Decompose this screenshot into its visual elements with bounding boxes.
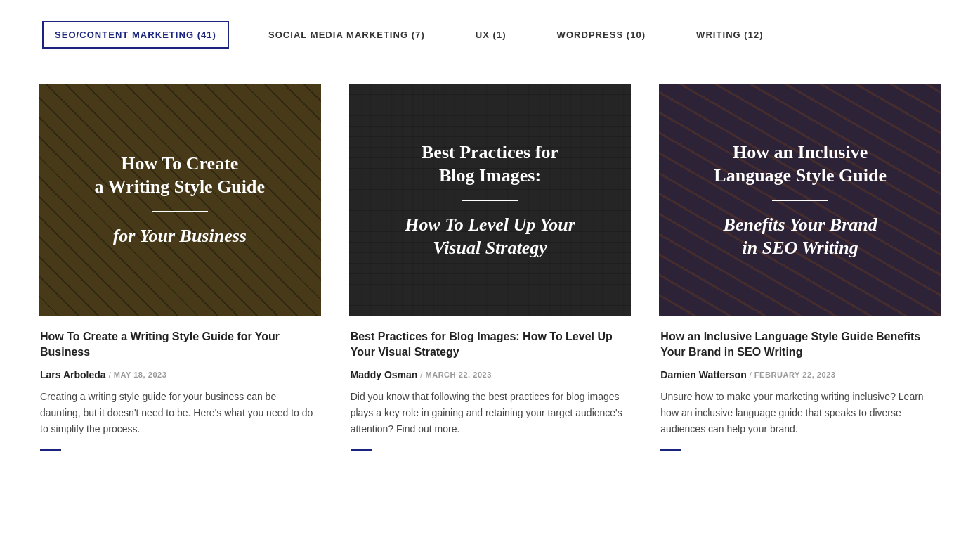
card-meta-separator-card3: / — [750, 371, 752, 379]
card-image-card1: How To Create a Writing Style Guidefor Y… — [39, 84, 321, 316]
card-overlay-card3: How an Inclusive Language Style GuideBen… — [659, 84, 941, 316]
card-date-card1: MAY 18, 2023 — [114, 371, 167, 379]
card-title-card2: Best Practices for Blog Images: How To L… — [351, 329, 630, 361]
card-overlay-top-card1: How To Create a Writing Style Guide — [95, 153, 265, 198]
card-content-card2: Best Practices for Blog Images: How To L… — [349, 329, 632, 451]
articles-grid: How To Create a Writing Style Guidefor Y… — [0, 84, 980, 479]
nav-item-writing[interactable]: WRITING (12) — [685, 22, 775, 47]
card-overlay-card1: How To Create a Writing Style Guidefor Y… — [39, 84, 321, 316]
card-date-card2: MARCH 22, 2023 — [425, 371, 492, 379]
card-meta-separator-card1: / — [109, 371, 111, 379]
card-excerpt-card2: Did you know that following the best pra… — [351, 389, 630, 437]
card-overlay-bottom-card3: Benefits Your Brand in SEO Writing — [724, 214, 877, 259]
card-author-card1: Lars Arboleda — [40, 369, 106, 380]
article-card-card1[interactable]: How To Create a Writing Style Guidefor Y… — [39, 84, 321, 451]
card-image-card2: Best Practices for Blog Images:How To Le… — [349, 84, 632, 316]
nav-item-ux[interactable]: UX (1) — [464, 22, 518, 47]
article-card-card3[interactable]: How an Inclusive Language Style GuideBen… — [659, 84, 941, 451]
card-excerpt-card3: Unsure how to make your marketing writin… — [660, 389, 940, 437]
card-title-card1: How To Create a Writing Style Guide for … — [40, 329, 320, 361]
card-overlay-bottom-card2: How To Level Up Your Visual Strategy — [405, 214, 575, 259]
card-overlay-divider-card1 — [152, 211, 208, 212]
card-title-card3: How an Inclusive Language Style Guide Be… — [660, 329, 940, 361]
card-meta-separator-card2: / — [420, 371, 422, 379]
card-overlay-top-card3: How an Inclusive Language Style Guide — [714, 141, 887, 187]
article-card-card2[interactable]: Best Practices for Blog Images:How To Le… — [349, 84, 632, 451]
card-read-more-card2 — [351, 449, 372, 451]
category-nav: SEO/CONTENT MARKETING (41)SOCIAL MEDIA M… — [0, 0, 980, 63]
nav-item-wordpress[interactable]: WORDPRESS (10) — [546, 22, 658, 47]
card-meta-card1: Lars Arboleda / MAY 18, 2023 — [40, 369, 320, 380]
card-excerpt-card1: Creating a writing style guide for your … — [40, 389, 320, 437]
card-author-card3: Damien Watterson — [660, 369, 746, 380]
card-overlay-bottom-card1: for Your Business — [113, 225, 247, 248]
card-overlay-top-card2: Best Practices for Blog Images: — [422, 141, 558, 187]
card-overlay-divider-card2 — [462, 200, 518, 201]
card-content-card3: How an Inclusive Language Style Guide Be… — [659, 329, 941, 451]
card-content-card1: How To Create a Writing Style Guide for … — [39, 329, 321, 451]
nav-item-seo[interactable]: SEO/CONTENT MARKETING (41) — [42, 21, 229, 49]
card-read-more-card1 — [40, 449, 61, 451]
card-read-more-card3 — [660, 449, 681, 451]
nav-item-social[interactable]: SOCIAL MEDIA MARKETING (7) — [257, 22, 436, 47]
card-overlay-divider-card3 — [772, 200, 828, 201]
card-meta-card3: Damien Watterson / FEBRUARY 22, 2023 — [660, 369, 940, 380]
card-image-card3: How an Inclusive Language Style GuideBen… — [659, 84, 941, 316]
card-author-card2: Maddy Osman — [351, 369, 418, 380]
card-meta-card2: Maddy Osman / MARCH 22, 2023 — [351, 369, 630, 380]
card-date-card3: FEBRUARY 22, 2023 — [754, 371, 836, 379]
card-overlay-card2: Best Practices for Blog Images:How To Le… — [349, 84, 632, 316]
